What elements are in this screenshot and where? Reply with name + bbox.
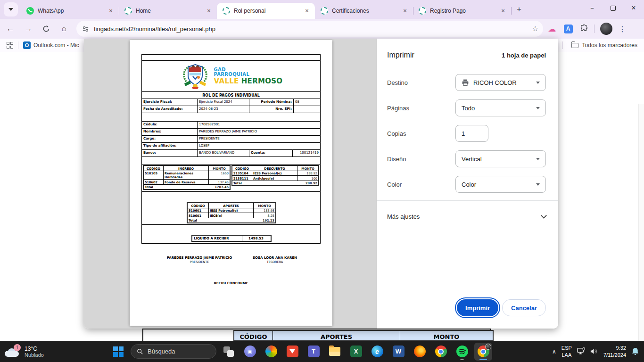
- aportes-table: CÓDIGOAPORTESMONTO 510601IESS Patronal(e…: [187, 202, 276, 223]
- print-button[interactable]: Imprimir: [457, 299, 498, 316]
- chevron-down-icon: [536, 107, 540, 109]
- all-bookmarks-label[interactable]: Todos los marcadores: [582, 42, 637, 49]
- close-icon[interactable]: ×: [499, 7, 507, 15]
- network-icon[interactable]: [577, 347, 586, 355]
- word-icon: W: [393, 346, 405, 357]
- browser-window: WhatsApp × Home × Rol personal × Certifi…: [0, 0, 644, 362]
- clock[interactable]: 9:32 7/11/2024: [603, 345, 626, 359]
- taskbar-icon-pdf[interactable]: [283, 343, 301, 361]
- back-button[interactable]: ←: [3, 21, 18, 36]
- chevron-down-icon: [541, 213, 547, 219]
- volume-icon[interactable]: [589, 347, 598, 355]
- site-favicon: [321, 7, 328, 15]
- taskbar-search[interactable]: Búsqueda: [131, 344, 216, 359]
- layout-label: Diseño: [387, 156, 406, 163]
- tab-rol-personal[interactable]: Rol personal ×: [217, 3, 315, 19]
- teams-icon: T: [308, 346, 320, 357]
- weather-extension-icon[interactable]: ☁: [545, 22, 559, 36]
- weather-widget[interactable]: 1 13°C Nublado: [0, 346, 71, 358]
- taskbar-icon-word[interactable]: W: [389, 343, 407, 361]
- color-select[interactable]: Color: [455, 176, 546, 193]
- tab-registro-pago[interactable]: Registro Pago ×: [413, 3, 511, 19]
- url-text[interactable]: fingads.net/sf2/nomina/files/rol_persona…: [94, 25, 532, 33]
- notification-bell-icon[interactable]: [631, 347, 639, 356]
- cloud-icon: ☁: [548, 24, 556, 34]
- start-button[interactable]: [109, 343, 127, 361]
- table-total-row: Total192.23: [188, 218, 275, 223]
- table-row: 510601IESS Patronal(e)183.98: [188, 208, 275, 214]
- close-window-button[interactable]: ×: [623, 0, 644, 16]
- printer-icon: [462, 79, 469, 86]
- taskbar-icon-teams[interactable]: T: [305, 343, 322, 361]
- windows-icon: [113, 346, 124, 357]
- dialog-title: Imprimir: [387, 51, 414, 59]
- chrome-icon: [435, 346, 447, 357]
- close-icon[interactable]: ×: [107, 7, 115, 15]
- close-icon[interactable]: ×: [205, 7, 213, 15]
- page-scrollbar[interactable]: [638, 104, 644, 362]
- taskbar-icon-spotify[interactable]: [453, 343, 471, 361]
- taskbar-icon-excel[interactable]: X: [347, 343, 365, 361]
- table-total-row: Total1787.45: [144, 185, 230, 189]
- extensions-puzzle-icon[interactable]: [577, 22, 591, 36]
- hidden-icons-chevron[interactable]: ∧: [552, 348, 556, 355]
- signature-president: PAREDES PERRAZO JAIME PATRICIO PRESIDENT…: [143, 256, 256, 264]
- cancel-button[interactable]: Cancelar: [502, 299, 546, 316]
- bookmark-outlook[interactable]: O Outlook.com - Mic: [23, 41, 79, 49]
- meta-row: Cargo: PRESIDENTE: [142, 136, 320, 143]
- tab-home[interactable]: Home ×: [119, 3, 217, 19]
- taskbar-icon-chat[interactable]: ▣: [241, 343, 259, 361]
- forward-button[interactable]: →: [21, 21, 36, 36]
- tab-search-button[interactable]: [4, 2, 18, 16]
- tab-certificaciones[interactable]: Certificaciones ×: [315, 3, 413, 19]
- window-controls: − ×: [582, 0, 644, 16]
- language-indicator[interactable]: ESP LAA: [561, 345, 572, 359]
- home-button[interactable]: ⌂: [57, 21, 72, 36]
- omnibox[interactable]: fingads.net/sf2/nomina/files/rol_persona…: [76, 21, 543, 37]
- pages-value: Todo: [462, 105, 475, 112]
- translate-icon[interactable]: A: [561, 22, 575, 36]
- menu-button[interactable]: ⋮: [615, 22, 629, 36]
- tab-whatsapp[interactable]: WhatsApp ×: [21, 3, 119, 19]
- meta-row: Ejercicio Fiscal: Ejercicio Fiscal 2024 …: [142, 99, 320, 106]
- meta-row: Cédula: 1708582901: [142, 122, 320, 129]
- taskbar-icon-edge[interactable]: e: [368, 343, 386, 361]
- tab-label: Registro Pago: [430, 8, 495, 14]
- new-tab-button[interactable]: +: [513, 3, 525, 16]
- profile-avatar[interactable]: [599, 22, 613, 36]
- pages-select[interactable]: Todo: [455, 99, 546, 116]
- layout-select[interactable]: Vertical: [455, 150, 546, 167]
- taskbar-icon-file-explorer[interactable]: [326, 343, 344, 361]
- maximize-icon: [611, 6, 616, 11]
- print-preview-area: GAD PARROQUIAL VALLE HERMOSO ROL DE PAGO…: [84, 39, 376, 329]
- table-row: 510602Fondo de Reserva137.45: [144, 180, 230, 185]
- taskbar: 1 13°C Nublado Búsqueda ▣ T X e W: [0, 341, 644, 362]
- taskbar-icon-firefox[interactable]: [411, 343, 429, 361]
- org-logo: GAD PARROQUIAL VALLE HERMOSO: [142, 61, 320, 92]
- minimize-button[interactable]: −: [582, 0, 603, 16]
- search-icon: [137, 348, 143, 355]
- meta-row: Tipo de afiliación: LOSEP: [142, 143, 320, 150]
- bookmark-star-icon[interactable]: ☆: [532, 25, 538, 33]
- reload-button[interactable]: [39, 21, 54, 36]
- meta-row: Fecha de Acreditado: 2024-08-23 Nro. SPI…: [142, 106, 320, 113]
- time: 9:32: [603, 345, 626, 352]
- outlook-icon: O: [23, 41, 31, 49]
- copies-input[interactable]: [455, 125, 488, 142]
- close-icon[interactable]: ×: [303, 7, 311, 15]
- apps-grid-icon[interactable]: [7, 42, 13, 49]
- close-icon[interactable]: ×: [401, 7, 409, 15]
- table-header: CÓDIGO: [234, 331, 273, 340]
- taskbar-icon-task-view[interactable]: [220, 343, 238, 361]
- liquido-a-recibir: LIQUIDO A RECIBIR 1498.53: [191, 235, 272, 242]
- taskbar-icon-copilot[interactable]: [262, 343, 280, 361]
- table-row: 2135111Anticipos(e)100: [232, 176, 318, 181]
- print-preview-page: GAD PARROQUIAL VALLE HERMOSO ROL DE PAGO…: [130, 40, 332, 326]
- destination-select[interactable]: RICOH COLOR: [455, 74, 546, 91]
- more-settings-toggle[interactable]: Más ajustes: [387, 209, 546, 223]
- maximize-button[interactable]: [603, 0, 623, 16]
- site-settings-icon[interactable]: [82, 25, 89, 33]
- taskbar-icon-chrome-profile[interactable]: [474, 343, 492, 361]
- taskbar-icon-chrome[interactable]: [432, 343, 450, 361]
- tab-strip: WhatsApp × Home × Rol personal × Certifi…: [0, 0, 644, 19]
